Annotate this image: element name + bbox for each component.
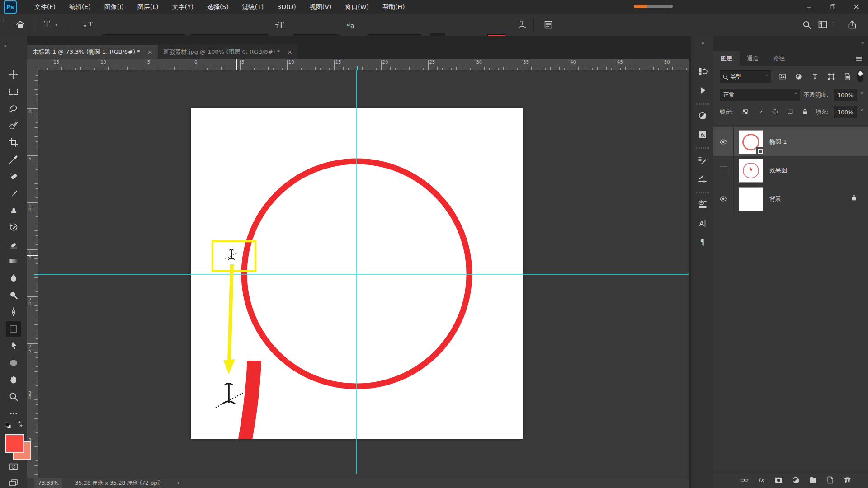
gradient-tool[interactable] xyxy=(6,253,21,269)
close-icon[interactable]: × xyxy=(287,48,292,56)
foreground-color-swatch[interactable] xyxy=(5,434,24,453)
panel-menu-icon[interactable] xyxy=(854,53,864,64)
panel-button-actions-icon[interactable] xyxy=(695,83,710,98)
lock-transparency-icon[interactable] xyxy=(740,106,750,117)
blur-tool[interactable] xyxy=(6,270,21,286)
link-layers-icon[interactable] xyxy=(739,475,750,486)
layer-thumbnail[interactable] xyxy=(739,130,763,154)
adjustment-layer-filter-icon[interactable] xyxy=(793,71,804,82)
lock-position-icon[interactable] xyxy=(769,106,780,117)
panel-button-history-icon[interactable] xyxy=(695,64,710,79)
lock-all-icon[interactable] xyxy=(799,106,810,117)
panel-collapse-chevron[interactable]: » xyxy=(861,40,863,46)
hand-tool[interactable] xyxy=(6,372,21,387)
lasso-tool[interactable] xyxy=(6,101,21,116)
home-icon[interactable] xyxy=(13,17,28,33)
status-chevron-icon[interactable]: › xyxy=(177,478,179,488)
fill-field[interactable]: 100% xyxy=(834,106,857,118)
toolbar-collapse-chevron[interactable]: » xyxy=(4,42,6,49)
panel-button-brush-settings-icon[interactable] xyxy=(695,153,710,167)
opacity-field[interactable]: 100% xyxy=(834,89,857,101)
quick-mask-icon[interactable] xyxy=(6,459,21,474)
menu-item[interactable]: 帮助(H) xyxy=(376,0,411,14)
swap-colors-icon[interactable] xyxy=(15,420,24,428)
type-layer-filter-icon[interactable]: T xyxy=(809,71,820,82)
minimize-icon[interactable] xyxy=(797,0,821,14)
move-tool[interactable] xyxy=(6,67,21,82)
panel-tab-layers[interactable]: 图层 xyxy=(713,51,740,66)
spot-healing-brush-tool[interactable] xyxy=(6,169,21,184)
zoom-tool[interactable] xyxy=(6,389,21,404)
panel-button-character-icon[interactable]: A xyxy=(695,216,710,230)
document-tab[interactable]: 斑驳素材.jpg @ 100% (图层 0, RGB/8#) *× xyxy=(158,45,298,59)
close-icon[interactable]: × xyxy=(147,48,153,56)
canvas[interactable] xyxy=(38,70,689,478)
menu-item[interactable]: 编辑(E) xyxy=(62,0,98,14)
layer-name[interactable]: 椭圆 1 xyxy=(769,127,787,156)
layer-row[interactable]: 椭圆 1 xyxy=(713,127,868,156)
restore-icon[interactable] xyxy=(821,0,844,14)
eraser-tool[interactable] xyxy=(6,236,21,252)
adjustment-layer-icon[interactable] xyxy=(790,475,801,486)
eyedropper-tool[interactable] xyxy=(6,152,21,167)
layer-name[interactable]: 背景 xyxy=(769,184,781,213)
strip-collapse-chevron[interactable]: « xyxy=(701,40,703,46)
new-layer-icon[interactable] xyxy=(825,475,835,486)
warp-text-icon[interactable]: T xyxy=(514,17,530,33)
clone-stamp-tool[interactable] xyxy=(6,202,21,218)
search-icon[interactable] xyxy=(799,17,815,33)
panel-tab-paths[interactable]: 路径 xyxy=(766,51,792,66)
layer-visibility-eye-icon[interactable] xyxy=(713,184,734,213)
share-icon[interactable] xyxy=(844,17,860,33)
panel-button-brushes-icon[interactable] xyxy=(695,172,710,186)
brush-tool[interactable] xyxy=(6,186,21,201)
layer-thumbnail[interactable] xyxy=(739,187,763,211)
top-ruler[interactable]: 1510505101520253035404550 xyxy=(38,59,689,70)
rectangular-marquee-tool[interactable] xyxy=(6,84,21,99)
menu-item[interactable]: 选择(S) xyxy=(200,0,236,14)
layer-row[interactable]: ★效果图 xyxy=(713,156,868,184)
menu-item[interactable]: 窗口(W) xyxy=(338,0,376,14)
menu-item[interactable]: 图像(I) xyxy=(98,0,131,14)
delete-layer-icon[interactable] xyxy=(842,475,853,486)
panels-icon[interactable] xyxy=(541,17,556,33)
pen-tool[interactable] xyxy=(6,304,21,319)
type-tool[interactable] xyxy=(6,321,21,337)
layer-name[interactable]: 效果图 xyxy=(769,156,787,184)
group-icon[interactable] xyxy=(807,475,818,486)
document-canvas[interactable] xyxy=(191,108,523,439)
panel-button-adjustments-icon[interactable] xyxy=(695,108,710,123)
ruler-corner[interactable] xyxy=(27,59,38,70)
layer-row[interactable]: 背景 xyxy=(713,184,868,213)
lock-artboard-icon[interactable] xyxy=(784,106,795,117)
menu-item[interactable]: 文字(Y) xyxy=(165,0,200,14)
close-icon[interactable] xyxy=(844,0,868,14)
dodge-tool[interactable] xyxy=(6,287,21,303)
panel-tab-channels[interactable]: 通道 xyxy=(740,51,766,66)
panel-button-3d-icon[interactable] xyxy=(695,197,710,211)
chevron-down-icon[interactable]: ˅ xyxy=(856,107,867,117)
filter-toggle-switch[interactable] xyxy=(857,70,863,82)
path-selection-tool[interactable] xyxy=(6,338,21,353)
type-tool-preset[interactable]: T ▾ xyxy=(42,19,57,30)
menu-item[interactable]: 3D(D) xyxy=(270,0,302,14)
screen-mode-icon[interactable] xyxy=(6,475,21,488)
lock-pixels-icon[interactable] xyxy=(755,106,765,117)
workspace-switcher[interactable]: ˅ xyxy=(817,19,834,30)
edit-toolbar-icon[interactable] xyxy=(6,406,21,421)
layer-thumbnail[interactable]: ★ xyxy=(739,159,763,183)
layer-visibility-eye-icon[interactable] xyxy=(713,127,734,156)
quick-selection-tool[interactable] xyxy=(6,118,21,133)
zoom-level[interactable]: 73.33% xyxy=(34,478,62,488)
history-brush-tool[interactable] xyxy=(6,220,21,235)
chevron-down-icon[interactable]: ˅ xyxy=(856,89,867,100)
layer-visibility-empty[interactable] xyxy=(713,156,734,184)
pixel-layer-filter-icon[interactable] xyxy=(777,71,788,82)
layer-filter-select[interactable]: 类型 ˅ xyxy=(720,70,771,83)
left-ruler[interactable]: 05101520253035 xyxy=(27,70,38,478)
menu-item[interactable]: 滤镜(T) xyxy=(236,0,270,14)
menu-item[interactable]: 文件(F) xyxy=(28,0,62,14)
crop-tool[interactable] xyxy=(6,135,21,150)
ellipse-tool[interactable] xyxy=(6,355,21,371)
shape-layer-filter-icon[interactable] xyxy=(826,71,836,82)
